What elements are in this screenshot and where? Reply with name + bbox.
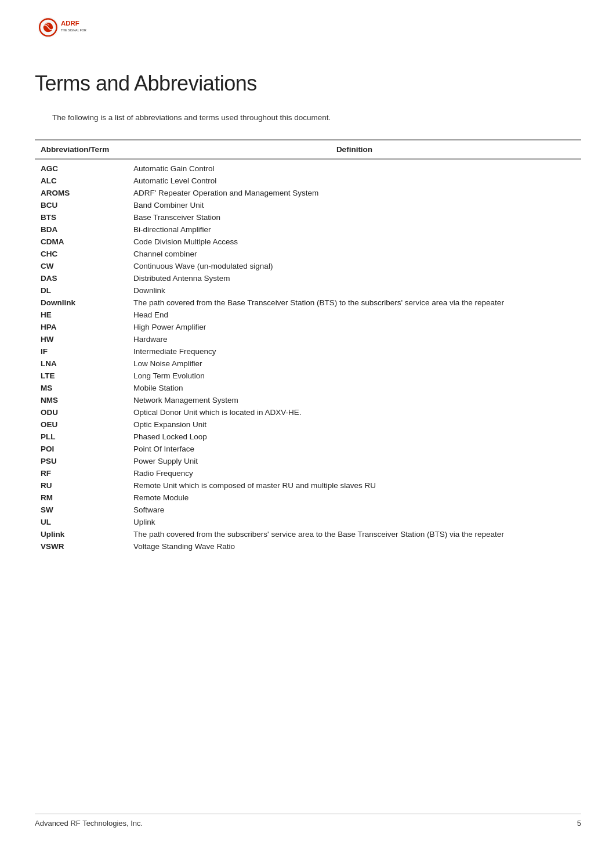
table-row: PSUPower Supply Unit: [35, 455, 581, 467]
abbreviation-definition: Remote Module: [128, 492, 581, 504]
abbreviation-definition: High Power Amplifier: [128, 321, 581, 333]
footer-page-number: 5: [577, 819, 581, 828]
abbreviation-definition: Software: [128, 504, 581, 516]
table-row: LTELong Term Evolution: [35, 370, 581, 382]
abbreviation-term: NMS: [35, 394, 128, 406]
abbreviation-term: SW: [35, 504, 128, 516]
table-row: CWContinuous Wave (un-modulated signal): [35, 260, 581, 272]
abbreviation-definition: Network Management System: [128, 394, 581, 406]
abbreviation-definition: Head End: [128, 309, 581, 321]
table-row: ALCAutomatic Level Control: [35, 175, 581, 187]
abbreviation-definition: Remote Unit which is composed of master …: [128, 479, 581, 492]
abbreviation-definition: Continuous Wave (un-modulated signal): [128, 260, 581, 272]
table-row: RFRadio Frequency: [35, 467, 581, 479]
abbreviation-term: MS: [35, 382, 128, 394]
table-row: ULUplink: [35, 516, 581, 528]
abbreviation-term: AGC: [35, 159, 128, 175]
table-row: RMRemote Module: [35, 492, 581, 504]
abbreviation-definition: Automatic Gain Control: [128, 159, 581, 175]
abbreviation-definition: ADRF' Repeater Operation and Management …: [128, 187, 581, 199]
table-row: PLLPhased Locked Loop: [35, 431, 581, 443]
abbreviation-term: LTE: [35, 370, 128, 382]
table-row: UplinkThe path covered from the subscrib…: [35, 528, 581, 540]
table-row: BDABi-directional Amplifier: [35, 223, 581, 236]
abbreviation-term: DAS: [35, 272, 128, 284]
abbreviation-definition: Channel combiner: [128, 248, 581, 260]
col-header-def: Definition: [128, 140, 581, 159]
abbreviation-definition: Voltage Standing Wave Ratio: [128, 540, 581, 552]
abbreviation-term: UL: [35, 516, 128, 528]
abbreviation-term: BDA: [35, 223, 128, 236]
intro-paragraph: The following is a list of abbreviations…: [52, 113, 581, 122]
abbreviation-term: IF: [35, 345, 128, 358]
abbreviation-definition: Optical Donor Unit which is located in A…: [128, 406, 581, 418]
abbreviation-term: HPA: [35, 321, 128, 333]
table-row: DLDownlink: [35, 284, 581, 297]
logo-area: ADRF THE SIGNAL FOR SUCCESS: [35, 10, 87, 42]
abbreviation-definition: Automatic Level Control: [128, 175, 581, 187]
table-row: RURemote Unit which is composed of maste…: [35, 479, 581, 492]
abbreviation-term: VSWR: [35, 540, 128, 552]
abbreviation-term: HW: [35, 333, 128, 345]
abbreviation-definition: Mobile Station: [128, 382, 581, 394]
abbreviation-term: RU: [35, 479, 128, 492]
table-row: AGCAutomatic Gain Control: [35, 159, 581, 175]
abbreviation-term: CW: [35, 260, 128, 272]
table-row: ODUOptical Donor Unit which is located i…: [35, 406, 581, 418]
abbreviation-definition: Phased Locked Loop: [128, 431, 581, 443]
abbreviation-term: LNA: [35, 358, 128, 370]
abbreviation-term: OEU: [35, 418, 128, 431]
table-row: LNALow Noise Amplifier: [35, 358, 581, 370]
table-row: BTSBase Transceiver Station: [35, 211, 581, 223]
table-row: BCUBand Combiner Unit: [35, 199, 581, 211]
table-row: HEHead End: [35, 309, 581, 321]
abbreviation-definition: Distributed Antenna System: [128, 272, 581, 284]
abbreviation-definition: Uplink: [128, 516, 581, 528]
abbreviation-term: BCU: [35, 199, 128, 211]
abbreviation-definition: Bi-directional Amplifier: [128, 223, 581, 236]
page-footer: Advanced RF Technologies, Inc. 5: [35, 814, 581, 828]
abbreviation-definition: Low Noise Amplifier: [128, 358, 581, 370]
abbreviation-definition: Code Division Multiple Access: [128, 236, 581, 248]
page: ADRF THE SIGNAL FOR SUCCESS Terms and Ab…: [0, 0, 616, 845]
col-header-abbr: Abbreviation/Term: [35, 140, 128, 159]
abbreviation-definition: Optic Expansion Unit: [128, 418, 581, 431]
abbreviation-definition: The path covered from the Base Transceiv…: [128, 297, 581, 309]
abbreviation-term: CDMA: [35, 236, 128, 248]
table-row: DASDistributed Antenna System: [35, 272, 581, 284]
table-row: HWHardware: [35, 333, 581, 345]
abbreviation-term: BTS: [35, 211, 128, 223]
abbreviation-term: PLL: [35, 431, 128, 443]
abbreviation-term: PSU: [35, 455, 128, 467]
table-row: DownlinkThe path covered from the Base T…: [35, 297, 581, 309]
adrf-logo: ADRF THE SIGNAL FOR SUCCESS: [35, 10, 87, 42]
svg-text:ADRF: ADRF: [61, 20, 79, 27]
abbreviation-term: ALC: [35, 175, 128, 187]
abbreviation-definition: Power Supply Unit: [128, 455, 581, 467]
abbreviation-term: RF: [35, 467, 128, 479]
table-row: POIPoint Of Interface: [35, 443, 581, 455]
abbreviation-definition: Point Of Interface: [128, 443, 581, 455]
footer-company: Advanced RF Technologies, Inc.: [35, 819, 143, 828]
abbreviation-term: HE: [35, 309, 128, 321]
abbreviation-definition: Radio Frequency: [128, 467, 581, 479]
abbreviation-definition: Band Combiner Unit: [128, 199, 581, 211]
table-row: OEUOptic Expansion Unit: [35, 418, 581, 431]
page-header: ADRF THE SIGNAL FOR SUCCESS: [35, 0, 581, 48]
abbreviation-term: Uplink: [35, 528, 128, 540]
table-row: CDMACode Division Multiple Access: [35, 236, 581, 248]
abbreviation-term: ODU: [35, 406, 128, 418]
abbreviation-term: AROMS: [35, 187, 128, 199]
abbreviation-term: DL: [35, 284, 128, 297]
abbreviation-definition: Intermediate Frequency: [128, 345, 581, 358]
abbreviation-definition: Long Term Evolution: [128, 370, 581, 382]
abbreviations-table-section: Abbreviation/Term Definition AGCAutomati…: [35, 139, 581, 552]
table-row: CHCChannel combiner: [35, 248, 581, 260]
table-row: SWSoftware: [35, 504, 581, 516]
page-title: Terms and Abbreviations: [35, 71, 581, 96]
table-row: NMSNetwork Management System: [35, 394, 581, 406]
table-row: AROMSADRF' Repeater Operation and Manage…: [35, 187, 581, 199]
table-row: MSMobile Station: [35, 382, 581, 394]
abbreviations-table: Abbreviation/Term Definition AGCAutomati…: [35, 139, 581, 552]
table-row: VSWRVoltage Standing Wave Ratio: [35, 540, 581, 552]
